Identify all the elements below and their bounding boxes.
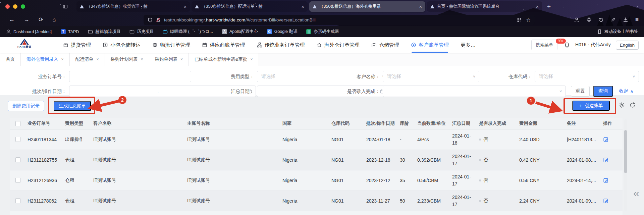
row-checkbox[interactable] xyxy=(15,198,20,203)
bookmark-mobile[interactable]: 移动设备上的书签 xyxy=(597,29,638,35)
collapse-filters-link[interactable]: 收起∧ xyxy=(616,86,636,97)
language-button[interactable]: English xyxy=(616,41,639,50)
menu-item-更多…[interactable]: 更多… xyxy=(461,37,476,53)
tab-close-icon[interactable]: × xyxy=(302,4,304,9)
gear-icon[interactable] xyxy=(619,102,625,108)
edit-icon[interactable] xyxy=(603,157,621,163)
shield-icon[interactable] xyxy=(148,17,153,22)
cell-fee_type: 仓租 xyxy=(61,150,89,170)
search-menu-button[interactable]: 搜索菜单 xyxy=(531,40,557,50)
bookmark-item[interactable]: 赫德物流项目 xyxy=(88,29,120,35)
collapse-panel-icon[interactable]: « xyxy=(633,187,639,199)
downloads-icon[interactable] xyxy=(623,17,628,22)
delete-fee-record-button[interactable]: 删除费用记录 xyxy=(8,101,44,111)
window-minimize-button[interactable] xyxy=(13,4,17,9)
tab-close-icon[interactable]: × xyxy=(251,57,253,62)
page-tab-海外仓费用录入[interactable]: 海外仓费用录入× xyxy=(21,53,70,66)
tab-close-icon[interactable]: × xyxy=(61,57,64,62)
warehouse-select[interactable]: 请选择∨ xyxy=(535,71,639,82)
window-close-button[interactable] xyxy=(5,4,10,9)
tab-favicon xyxy=(80,5,84,8)
extensions-icon[interactable] xyxy=(586,17,592,22)
checkbox-cell xyxy=(10,170,23,191)
menu-item-小包仓储转运[interactable]: 小包仓储转运 xyxy=(103,37,141,53)
cell-entry_done: 否 xyxy=(475,170,515,191)
url-bar[interactable]: testtrunkbookingmgr.hart-worldwide.com/#… xyxy=(144,15,535,25)
menu-item-物流订单管理[interactable]: 物流订单管理 xyxy=(152,37,190,53)
tab-close-icon[interactable]: × xyxy=(184,4,186,9)
page-tab-首页[interactable]: 首页 xyxy=(0,53,21,66)
page-tab-采购单列表[interactable]: 采购单列表× xyxy=(149,53,189,66)
reset-button[interactable]: 重置 xyxy=(571,86,590,97)
cell-qty: 4/Pcs xyxy=(413,129,448,150)
table-scrollbar-thumb[interactable] xyxy=(624,130,627,173)
insecure-lock-icon[interactable] xyxy=(156,17,161,22)
chevron-down-icon: ∨ xyxy=(473,74,476,78)
edit-icon[interactable] xyxy=(603,177,621,183)
annotate-pen-icon[interactable] xyxy=(611,17,616,22)
bookmark-item[interactable]: Dashboard [Jenkins] xyxy=(6,29,52,34)
new-tab-button[interactable]: + xyxy=(547,3,551,10)
home-icon[interactable]: ⌂ xyxy=(52,17,56,22)
menu-item-仓储管理[interactable]: 仓储管理 xyxy=(371,37,399,53)
refresh-icon[interactable] xyxy=(629,102,636,108)
menu-icon[interactable]: ≡ xyxy=(635,16,639,23)
table-row[interactable]: H2312126936仓租IT测试账号IT测试账号NigeriaNG012023… xyxy=(10,170,623,191)
reload-icon[interactable]: ⟳ xyxy=(39,17,43,22)
tab-close-icon[interactable]: × xyxy=(180,57,183,62)
column-header: 国家 xyxy=(278,118,327,129)
bookmark-label: Apollo配置中心 xyxy=(229,29,258,35)
tab-close-icon[interactable]: × xyxy=(141,57,143,62)
table-row[interactable]: H2312182755仓租IT测试账号IT测试账号NigeriaNG012023… xyxy=(10,150,623,170)
tab-close-icon[interactable]: × xyxy=(419,4,422,9)
edit-icon[interactable] xyxy=(603,198,621,204)
menu-item-海外仓订单管理[interactable]: 海外仓订单管理 xyxy=(317,37,360,53)
tab-close-icon[interactable]: × xyxy=(536,4,539,9)
bookmark-item[interactable]: AApollo配置中心 xyxy=(222,29,258,35)
page-tab-配运清单[interactable]: 配运清单× xyxy=(70,53,105,66)
notifications[interactable]: 99+ xyxy=(564,42,570,48)
forward-icon[interactable]: → xyxy=(24,17,30,22)
bookmark-star-icon[interactable]: ☆ xyxy=(526,17,531,23)
browser-tab[interactable]: （347条推送信息）收货管理 - 赫× xyxy=(76,1,190,12)
cell-age: 35 xyxy=(396,170,413,191)
main-menu: 提货管理小包仓储转运物流订单管理供应商账单管理传统业务订单管理海外仓订单管理仓储… xyxy=(63,37,476,53)
query-button[interactable]: 查询 xyxy=(593,86,613,97)
bookmark-item[interactable]: |||条形码生成器 xyxy=(306,29,339,35)
entry-done-select[interactable]: ∨ xyxy=(383,86,566,97)
browser-tab[interactable]: （350条推送信息）海外仓费用录× xyxy=(309,1,425,12)
bookmark-item[interactable]: 哔哩哔哩 (゜-゜)つロ... xyxy=(163,29,213,35)
bookmark-item[interactable]: TTAPD xyxy=(61,29,79,34)
browser-tab[interactable]: 首页 - 赫德国际物流管理系统后台× xyxy=(427,1,542,12)
table-row[interactable]: H2311278062仓租IT测试账号IT测试账号NigeriaNG012023… xyxy=(10,191,623,211)
firefox-view-icon[interactable] xyxy=(63,4,68,9)
page-tab-已结单成本新增申请&审批[interactable]: 已结单成本新增申请&审批× xyxy=(189,53,259,66)
customer-select[interactable]: 请选择∨ xyxy=(383,71,479,82)
page-tab-采购计划列表[interactable]: 采购计划列表× xyxy=(105,53,149,66)
bookmark-item[interactable]: GGoogle 翻译 xyxy=(267,29,298,35)
select-all-checkbox[interactable] xyxy=(15,121,20,126)
row-checkbox[interactable] xyxy=(15,178,20,183)
edit-icon[interactable] xyxy=(603,137,621,142)
hart-logo[interactable]: HART赫德 xyxy=(17,39,31,49)
browser-tab[interactable]: （350条推送信息）配运清单 - 赫× xyxy=(192,1,308,12)
window-zoom-button[interactable] xyxy=(21,4,25,9)
qr-code-icon[interactable] xyxy=(517,18,522,22)
menu-item-提货管理[interactable]: 提货管理 xyxy=(63,37,91,53)
bookmark-item[interactable]: 历史项目 xyxy=(129,29,154,35)
cell-warehouse: NG01 xyxy=(327,129,362,150)
table-row[interactable]: H2401181344出库操作IT测试账号IT测试账号NigeriaNG0120… xyxy=(10,129,623,150)
back-icon[interactable]: ← xyxy=(9,17,15,22)
row-checkbox[interactable] xyxy=(15,137,20,142)
menu-item-客户账单管理[interactable]: 客户账单管理 xyxy=(411,37,449,53)
account-icon[interactable] xyxy=(574,17,579,22)
tab-close-icon[interactable]: × xyxy=(97,57,99,62)
history-restore-icon[interactable] xyxy=(599,17,604,22)
cell-fee_type: 仓租 xyxy=(61,191,89,211)
menu-item-传统业务订单管理[interactable]: 传统业务订单管理 xyxy=(257,37,305,53)
current-user[interactable]: H016 - 代伟Andy xyxy=(575,42,611,48)
range-arrow-icon: → xyxy=(155,89,159,94)
menu-item-供应商账单管理[interactable]: 供应商账单管理 xyxy=(202,37,245,53)
order-no-input[interactable] xyxy=(69,71,191,82)
row-checkbox[interactable] xyxy=(15,157,20,162)
